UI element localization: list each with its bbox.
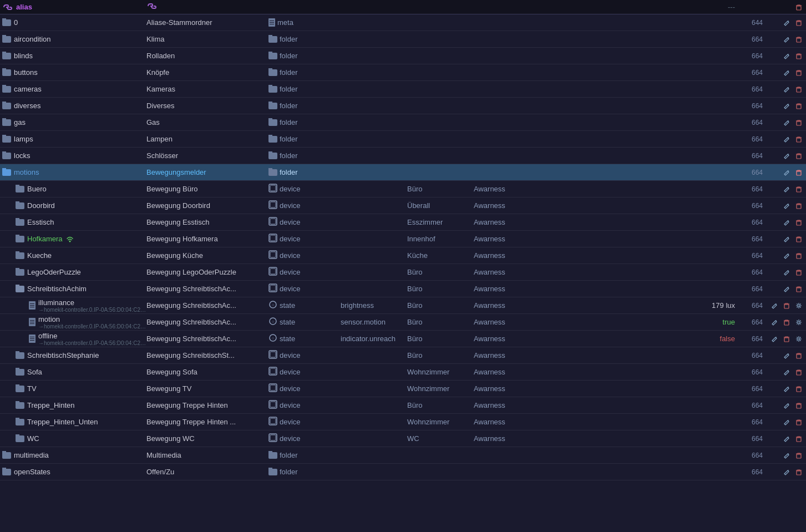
edit-button[interactable] [782, 384, 792, 394]
table-row[interactable]: buttonsKnöpfefolder664 [0, 64, 806, 81]
edit-button[interactable] [782, 251, 792, 261]
table-row[interactable]: WCBewegung WC deviceWCAwarness664 [0, 430, 806, 447]
edit-button[interactable] [769, 334, 779, 344]
delete-button[interactable] [782, 317, 792, 327]
col-name: locks [2, 151, 146, 160]
item-name: locks [14, 151, 31, 160]
delete-button[interactable] [794, 18, 804, 28]
delete-button[interactable] [794, 201, 804, 211]
col-alias: Bewegung Doorbird [146, 201, 268, 210]
table-row[interactable]: multimediaMultimediafolder664 [0, 447, 806, 464]
svg-rect-20 [270, 219, 276, 224]
edit-button[interactable] [782, 68, 792, 78]
edit-button[interactable] [769, 317, 779, 327]
delete-button[interactable] [794, 134, 804, 144]
edit-button[interactable] [782, 367, 792, 377]
table-row[interactable]: KuecheBewegung Küche deviceKücheAwarness… [0, 247, 806, 264]
edit-button[interactable] [782, 18, 792, 28]
table-row[interactable]: SchreibtischStephanieBewegung Schreibtis… [0, 347, 806, 364]
edit-button[interactable] [782, 184, 792, 194]
table-row[interactable]: LegoOderPuzzleBewegung LegoOderPuzzle de… [0, 264, 806, 281]
edit-button[interactable] [782, 51, 792, 61]
delete-button[interactable] [794, 2, 804, 12]
table-row[interactable]: motion→homekit-controller.0.IP-0A:56:D0:… [0, 314, 806, 331]
table-row[interactable]: DoorbirdBewegung Doorbird deviceÜberallA… [0, 197, 806, 214]
edit-button[interactable] [782, 151, 792, 161]
edit-button[interactable] [782, 168, 792, 178]
col-type: device [268, 383, 341, 394]
delete-button[interactable] [794, 417, 804, 427]
delete-button[interactable] [794, 184, 804, 194]
table-row[interactable]: camerasKamerasfolder664 [0, 81, 806, 98]
edit-button[interactable] [782, 118, 792, 128]
table-row[interactable]: Hofkamera Bewegung Hofkamera deviceInnen… [0, 231, 806, 247]
delete-button[interactable] [794, 68, 804, 78]
delete-button[interactable] [794, 168, 804, 178]
delete-button[interactable] [794, 434, 804, 444]
table-row[interactable]: blindsRolladenfolder664 [0, 48, 806, 64]
table-row[interactable]: alias --- [0, 0, 806, 14]
delete-button[interactable] [794, 234, 804, 244]
delete-button[interactable] [782, 334, 792, 344]
item-name: SchreibtischAchim [27, 285, 87, 293]
delete-button[interactable] [794, 251, 804, 261]
edit-button[interactable] [782, 84, 792, 94]
delete-button[interactable] [794, 118, 804, 128]
gear-button[interactable] [794, 334, 804, 344]
edit-button[interactable] [782, 101, 792, 111]
edit-button[interactable] [782, 351, 792, 361]
delete-button[interactable] [794, 467, 804, 477]
edit-button[interactable] [782, 417, 792, 427]
edit-button[interactable] [782, 450, 792, 460]
table-row[interactable]: gasGasfolder664 [0, 114, 806, 131]
edit-button[interactable] [782, 201, 792, 211]
table-row[interactable]: illuminance→homekit-controller.0.IP-0A:5… [0, 297, 806, 314]
table-row[interactable]: TVBewegung TV deviceWohnzimmerAwarness66… [0, 381, 806, 397]
table-row[interactable]: BueroBewegung Büro deviceBüroAwarness664 [0, 181, 806, 197]
col-type: device [268, 184, 341, 194]
gear-button[interactable] [794, 317, 804, 327]
edit-button[interactable] [782, 134, 792, 144]
delete-button[interactable] [794, 34, 804, 44]
alias-text: Bewegung Doorbird [146, 201, 210, 210]
delete-button[interactable] [794, 101, 804, 111]
table-row[interactable]: SchreibtischAchimBewegung SchreibtischAc… [0, 281, 806, 297]
table-row[interactable]: airconditionKlimafolder664 [0, 31, 806, 48]
edit-button[interactable] [782, 401, 792, 411]
table-row[interactable]: offline→homekit-controller.0.IP-0A:56:D0… [0, 331, 806, 347]
edit-button[interactable] [782, 217, 792, 227]
table-row[interactable]: SofaBewegung Sofa deviceWohnzimmerAwarne… [0, 364, 806, 381]
delete-button[interactable] [794, 151, 804, 161]
svg-rect-11 [797, 155, 801, 159]
table-row[interactable]: Treppe_Hinten_UntenBewegung Treppe Hinte… [0, 414, 806, 430]
table-row[interactable]: locksSchlösserfolder664 [0, 148, 806, 164]
edit-button[interactable] [782, 34, 792, 44]
edit-button[interactable] [769, 301, 779, 311]
edit-button[interactable] [782, 467, 792, 477]
delete-button[interactable] [794, 384, 804, 394]
delete-button[interactable] [782, 301, 792, 311]
delete-button[interactable] [794, 284, 804, 294]
delete-button[interactable] [794, 450, 804, 460]
table-row[interactable]: EsstischBewegung Esstisch deviceEsszimme… [0, 214, 806, 231]
edit-button[interactable] [782, 267, 792, 277]
table-row[interactable]: motionsBewegungsmelderfolder664 [0, 164, 806, 181]
perms-text: 664 [752, 252, 763, 260]
table-row[interactable]: diversesDiversesfolder664 [0, 98, 806, 114]
table-row[interactable]: openStatesOffen/Zufolder664 [0, 464, 806, 480]
edit-button[interactable] [782, 434, 792, 444]
delete-button[interactable] [794, 267, 804, 277]
delete-button[interactable] [794, 217, 804, 227]
delete-button[interactable] [794, 51, 804, 61]
col-alias: Bewegung Treppe Hinten [146, 401, 268, 409]
delete-button[interactable] [794, 84, 804, 94]
table-row[interactable]: Treppe_HintenBewegung Treppe Hinten devi… [0, 397, 806, 414]
gear-button[interactable] [794, 301, 804, 311]
edit-button[interactable] [782, 234, 792, 244]
delete-button[interactable] [794, 351, 804, 361]
table-row[interactable]: 0Aliase-Stammordnermeta644 [0, 14, 806, 31]
edit-button[interactable] [782, 284, 792, 294]
table-row[interactable]: lampsLampenfolder664 [0, 131, 806, 148]
delete-button[interactable] [794, 367, 804, 377]
delete-button[interactable] [794, 401, 804, 411]
